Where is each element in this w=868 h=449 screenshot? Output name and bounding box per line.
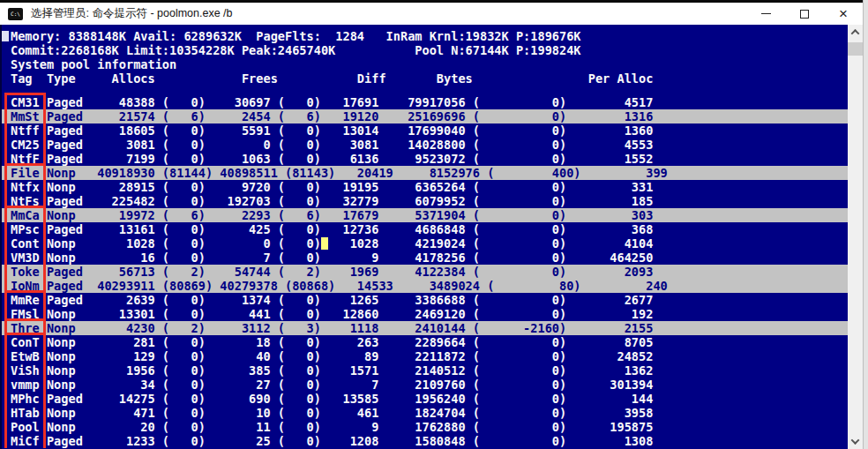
pool-tag: MmRe <box>11 293 47 307</box>
pool-row-values: Paged 1233 ( 0) 25 ( 0) 1208 1580848 ( 0… <box>47 434 653 448</box>
pool-row-values: Paged 48388 ( 0) 30697 ( 0) 17691 799170… <box>47 95 653 109</box>
pool-tag: IoNm <box>11 279 47 293</box>
pool-row-values: Paged 13161 ( 0) 425 ( 0) 12736 4686848 … <box>47 222 653 236</box>
pool-row: MPhc Paged 14275 ( 0) 690 ( 0) 13585 195… <box>2 392 848 406</box>
pool-row-values: Nonp 20 ( 0) 11 ( 0) 9 1762880 ( 0) 1958… <box>47 420 653 434</box>
pool-row: Toke Paged 56713 ( 2) 54744 ( 2) 1969 41… <box>2 265 848 279</box>
title-bar[interactable]: C:\ 选择管理员: 命令提示符 - poolmon.exe /b × <box>0 0 863 25</box>
pool-tag: NtfF <box>11 152 47 166</box>
maximize-button[interactable] <box>785 3 824 25</box>
pool-tag: MPhc <box>11 392 47 406</box>
pool-row-values: Nonp 1028 ( 0) 0 ( 0) <box>47 236 321 251</box>
pool-row-values: Paged 3081 ( 0) 0 ( 0) 3081 14028800 ( 0… <box>47 138 653 152</box>
pool-row: vmmp Nonp 34 ( 0) 27 ( 0) 7 2109760 ( 0)… <box>2 378 848 392</box>
pool-tag: Ntff <box>11 123 47 138</box>
pool-row-values: Nonp 129 ( 0) 40 ( 0) 89 2211872 ( 0) 24… <box>47 349 653 363</box>
minimize-icon <box>761 13 771 15</box>
pool-row: NtfF Paged 7199 ( 0) 1063 ( 0) 6136 9523… <box>2 152 848 166</box>
pool-tag: Toke <box>11 265 47 279</box>
selection-cursor-artifact <box>2 31 9 41</box>
pool-tag: Ntfx <box>11 180 47 194</box>
pool-row-values: Paged 2639 ( 0) 1374 ( 0) 1265 3386688 (… <box>47 293 653 307</box>
pool-tag: EtwB <box>11 349 47 363</box>
chevron-up-icon <box>851 29 860 38</box>
pool-tag: MmSt <box>11 109 47 123</box>
pool-row: Thre Nonp 4230 ( 2) 3112 ( 3) 1118 24101… <box>2 321 848 335</box>
pool-row-values: Paged 56713 ( 2) 54744 ( 2) 1969 4122384… <box>47 265 653 279</box>
pool-tag: NtFs <box>11 194 47 208</box>
scroll-down-button[interactable] <box>848 434 863 449</box>
pool-row: FMsl Nonp 13301 ( 0) 441 ( 0) 12860 2469… <box>2 307 848 321</box>
pool-row: IoNm Paged 40293911 (80869) 40279378 (80… <box>2 279 848 293</box>
pool-row-values: Nonp 40918930 (81144) 40898511 (81143) 2… <box>47 166 668 180</box>
pool-row-values: Paged 7199 ( 0) 1063 ( 0) 6136 9523072 (… <box>47 152 653 166</box>
pool-row: MPsc Paged 13161 ( 0) 425 ( 0) 12736 468… <box>2 222 848 236</box>
pool-row-values: Paged 18605 ( 0) 5591 ( 0) 13014 1769904… <box>47 123 653 138</box>
pool-row: VM3D Nonp 16 ( 0) 7 ( 0) 9 4178256 ( 0) … <box>2 251 848 265</box>
pool-tag: MiCf <box>11 434 47 448</box>
column-headers: Tag Type Allocs Frees Diff Bytes Per All… <box>2 71 848 86</box>
commit-status-line: Commit:2268168K Limit:10354228K Peak:246… <box>2 43 848 57</box>
pool-row: Ntff Paged 18605 ( 0) 5591 ( 0) 13014 17… <box>2 123 848 138</box>
pool-tag: Pool <box>11 420 47 434</box>
pool-row-values: Paged 21574 ( 6) 2454 ( 6) 19120 2516969… <box>47 109 653 123</box>
pool-row: CM31 Paged 48388 ( 0) 30697 ( 0) 17691 7… <box>2 95 848 109</box>
pool-row: CM25 Paged 3081 ( 0) 0 ( 0) 3081 1402880… <box>2 138 848 152</box>
pool-row-values: Paged 14275 ( 0) 690 ( 0) 13585 1956240 … <box>47 392 653 406</box>
pool-row: Cont Nonp 1028 ( 0) 0 ( 0) 1028 4219024 … <box>2 236 848 251</box>
pool-row-values: Nonp 1956 ( 0) 385 ( 0) 1571 2140512 ( 0… <box>47 363 653 378</box>
pool-tag: HTab <box>11 406 47 420</box>
pool-tag: Cont <box>11 236 47 251</box>
desktop-edge-strip <box>863 0 868 449</box>
pool-row: EtwB Nonp 129 ( 0) 40 ( 0) 89 2211872 ( … <box>2 349 848 363</box>
pool-row: MmRe Paged 2639 ( 0) 1374 ( 0) 1265 3386… <box>2 293 848 307</box>
pool-row-values: Nonp 4230 ( 2) 3112 ( 3) 1118 2410144 ( … <box>47 321 653 335</box>
text-cursor <box>321 237 328 250</box>
pool-tag: CM31 <box>11 95 47 109</box>
pool-tag: MPsc <box>11 222 47 236</box>
vertical-scrollbar[interactable] <box>848 25 863 449</box>
pool-tag: Thre <box>11 321 47 335</box>
maximize-icon <box>800 10 809 19</box>
pool-row-values: Nonp 471 ( 0) 10 ( 0) 461 1824704 ( 0) 3… <box>47 406 653 420</box>
section-title: System pool information <box>2 57 848 71</box>
window-title: 选择管理员: 命令提示符 - poolmon.exe /b <box>31 6 233 21</box>
pool-tag: File <box>11 166 47 180</box>
pool-row: HTab Nonp 471 ( 0) 10 ( 0) 461 1824704 (… <box>2 406 848 420</box>
pool-row-values: Nonp 16 ( 0) 7 ( 0) 9 4178256 ( 0) 46425… <box>47 251 653 265</box>
pool-row: MmSt Paged 21574 ( 6) 2454 ( 6) 19120 25… <box>2 109 848 123</box>
pool-row-values: Nonp 13301 ( 0) 441 ( 0) 12860 2469120 (… <box>47 307 653 321</box>
pool-row-values: Nonp 281 ( 0) 18 ( 0) 263 2289664 ( 0) 8… <box>47 335 653 349</box>
scrollbar-thumb[interactable] <box>848 42 863 56</box>
console-output: Memory: 8388148K Avail: 6289632K PageFlt… <box>0 25 848 449</box>
pool-tag: vmmp <box>11 378 47 392</box>
pool-row: NtFs Paged 225482 ( 0) 192703 ( 0) 32779… <box>2 194 848 208</box>
pool-row-values: 1028 4219024 ( 0) 4104 <box>328 236 653 251</box>
cmd-prompt-icon: C:\ <box>8 8 23 20</box>
pool-row-values: Paged 40293911 (80869) 40279378 (80868) … <box>47 279 668 293</box>
pool-row: MmCa Nonp 19972 ( 6) 2293 ( 6) 17679 537… <box>2 208 848 222</box>
pool-table: CM31 Paged 48388 ( 0) 30697 ( 0) 17691 7… <box>2 95 848 448</box>
pool-row: Pool Nonp 20 ( 0) 11 ( 0) 9 1762880 ( 0)… <box>2 420 848 434</box>
pool-row-values: Nonp 19972 ( 6) 2293 ( 6) 17679 5371904 … <box>47 208 653 222</box>
pool-row-values: Paged 225482 ( 0) 192703 ( 0) 32779 6079… <box>47 194 653 208</box>
chevron-down-icon <box>851 436 860 445</box>
minimize-button[interactable] <box>746 3 785 25</box>
pool-row: Ntfx Nonp 28915 ( 0) 9720 ( 0) 19195 636… <box>2 180 848 194</box>
window-controls: × <box>746 3 863 25</box>
pool-tag: CM25 <box>11 138 47 152</box>
close-button[interactable]: × <box>824 3 863 25</box>
pool-row-values: Nonp 34 ( 0) 27 ( 0) 7 2109760 ( 0) 3013… <box>47 378 653 392</box>
close-icon: × <box>839 6 848 21</box>
pool-row: MiCf Paged 1233 ( 0) 25 ( 0) 1208 158084… <box>2 434 848 448</box>
memory-status-line: Memory: 8388148K Avail: 6289632K PageFlt… <box>2 29 848 43</box>
pool-row: ConT Nonp 281 ( 0) 18 ( 0) 263 2289664 (… <box>2 335 848 349</box>
poolmon-window: C:\ 选择管理员: 命令提示符 - poolmon.exe /b × Memo… <box>0 0 868 449</box>
pool-row: ViSh Nonp 1956 ( 0) 385 ( 0) 1571 214051… <box>2 363 848 378</box>
pool-tag: FMsl <box>11 307 47 321</box>
scroll-up-button[interactable] <box>848 25 863 40</box>
pool-tag: VM3D <box>11 251 47 265</box>
pool-tag: ConT <box>11 335 47 349</box>
pool-row: File Nonp 40918930 (81144) 40898511 (811… <box>2 166 848 180</box>
pool-row-values: Nonp 28915 ( 0) 9720 ( 0) 19195 6365264 … <box>47 180 653 194</box>
